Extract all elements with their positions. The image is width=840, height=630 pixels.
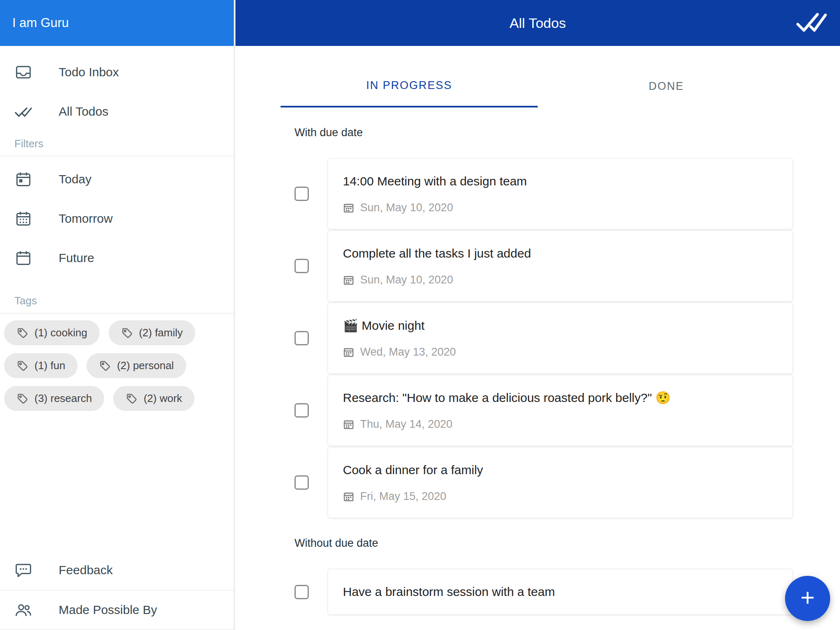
page-title: All Todos — [509, 15, 566, 31]
double-check-logo-icon — [793, 11, 829, 35]
tag-chip-label: (1) fun — [34, 359, 65, 372]
sidebar-item-all-todos[interactable]: All Todos — [0, 92, 234, 131]
calendar-icon — [343, 491, 354, 502]
tag-chip-2-family[interactable]: (2) family — [109, 320, 195, 345]
todo-section-rows: Have a brainstorm session with a team — [235, 569, 840, 615]
tag-icon — [99, 360, 111, 372]
todo-card[interactable]: Research: "How to make a delicious roast… — [328, 375, 793, 446]
todo-due: Sun, May 10, 2020 — [343, 274, 778, 286]
todo-due: Fri, May 15, 2020 — [343, 490, 778, 503]
todo-row: Have a brainstorm session with a team — [294, 569, 793, 615]
todo-checkbox[interactable] — [294, 259, 309, 273]
tabs: IN PROGRESSDONE — [235, 46, 840, 107]
todo-row: Research: "How to make a delicious roast… — [294, 375, 793, 446]
todo-card[interactable]: 🎬 Movie nightWed, May 13, 2020 — [328, 303, 793, 374]
main: All Todos IN PROGRESSDONE With due date1… — [235, 0, 840, 630]
tag-icon — [16, 327, 29, 339]
todo-due-date: Fri, May 15, 2020 — [360, 490, 446, 503]
section-title: Without due date — [294, 536, 840, 550]
tag-chip-2-personal[interactable]: (2) personal — [87, 353, 186, 378]
calendar-today-icon — [14, 170, 32, 188]
sidebar: I am Guru Todo InboxAll Todos Filters To… — [0, 0, 235, 630]
todo-row: 🎬 Movie nightWed, May 13, 2020 — [294, 303, 793, 374]
tags-label: Tags — [0, 294, 234, 307]
sidebar-item-tomorrow[interactable]: Tomorrow — [0, 199, 234, 238]
section-title: With due date — [294, 126, 840, 139]
sidebar-item-label: Feedback — [59, 563, 113, 577]
calendar-tomorrow-icon — [14, 210, 32, 228]
todo-due-date: Thu, May 14, 2020 — [360, 418, 452, 431]
todo-checkbox[interactable] — [294, 331, 309, 345]
double-check-icon — [14, 103, 32, 121]
user-name: I am Guru — [12, 16, 69, 30]
feedback-icon — [14, 561, 32, 579]
todo-row: Cook a dinner for a familyFri, May 15, 2… — [294, 447, 793, 518]
todo-title: Have a brainstorm session with a team — [343, 584, 778, 600]
sidebar-header[interactable]: I am Guru — [0, 0, 234, 46]
todo-card[interactable]: 14:00 Meeting with a design teamSun, May… — [328, 158, 793, 229]
sidebar-tags: (1) cooking(2) family(1) fun(2) personal… — [0, 313, 234, 411]
todo-checkbox[interactable] — [294, 475, 309, 490]
tag-icon — [121, 327, 133, 339]
todo-title: 14:00 Meeting with a design team — [343, 173, 778, 189]
sidebar-item-label: All Todos — [59, 105, 108, 119]
sidebar-item-made-possible-by[interactable]: Made Possible By — [0, 590, 234, 630]
sidebar-item-label: Made Possible By — [59, 603, 157, 617]
todo-checkbox[interactable] — [294, 187, 309, 201]
tab-done[interactable]: DONE — [538, 46, 795, 107]
todo-section-rows: 14:00 Meeting with a design teamSun, May… — [235, 158, 840, 518]
inbox-icon — [14, 63, 32, 81]
tab-in-progress[interactable]: IN PROGRESS — [281, 46, 538, 107]
sidebar-item-todo-inbox[interactable]: Todo Inbox — [0, 52, 234, 92]
todo-card[interactable]: Have a brainstorm session with a team — [328, 569, 793, 615]
calendar-icon — [343, 419, 354, 430]
todo-checkbox[interactable] — [294, 403, 309, 418]
sidebar-nav: Todo InboxAll Todos — [0, 46, 234, 131]
calendar-icon — [343, 347, 354, 358]
todo-card[interactable]: Complete all the tasks I just addedSun, … — [328, 231, 793, 301]
tag-chip-label: (2) personal — [117, 359, 174, 372]
tag-chip-1-cooking[interactable]: (1) cooking — [4, 320, 100, 345]
sidebar-item-future[interactable]: Future — [0, 238, 234, 278]
appbar: All Todos — [235, 0, 840, 46]
todo-row: Complete all the tasks I just addedSun, … — [294, 231, 793, 301]
todo-due-date: Wed, May 13, 2020 — [360, 346, 456, 358]
calendar-icon — [343, 202, 354, 214]
sidebar-item-today[interactable]: Today — [0, 160, 234, 199]
sidebar-item-feedback[interactable]: Feedback — [0, 550, 234, 590]
add-todo-fab[interactable]: + — [785, 576, 830, 621]
tag-chip-2-work[interactable]: (2) work — [113, 386, 194, 411]
sidebar-item-label: Future — [59, 251, 94, 265]
todo-card[interactable]: Cook a dinner for a familyFri, May 15, 2… — [328, 447, 793, 518]
tag-chip-label: (3) research — [34, 392, 92, 405]
calendar-future-icon — [14, 249, 32, 267]
todo-title: 🎬 Movie night — [343, 318, 778, 333]
tag-icon — [126, 393, 138, 405]
todo-due: Sun, May 10, 2020 — [343, 201, 778, 214]
sidebar-item-label: Todo Inbox — [59, 65, 119, 79]
calendar-icon — [343, 274, 354, 286]
todo-list: With due date14:00 Meeting with a design… — [235, 126, 840, 615]
tag-chip-label: (2) work — [144, 392, 182, 405]
todo-due-date: Sun, May 10, 2020 — [360, 274, 453, 286]
tag-icon — [16, 393, 29, 405]
tag-chip-3-research[interactable]: (3) research — [4, 386, 104, 411]
sidebar-filters: TodayTomorrowFuture — [0, 156, 234, 278]
tag-chip-label: (2) family — [139, 326, 183, 339]
filters-label: Filters — [0, 137, 234, 150]
sidebar-item-label: Tomorrow — [59, 212, 113, 226]
sidebar-footer: FeedbackMade Possible By — [0, 550, 234, 630]
todo-row: 14:00 Meeting with a design teamSun, May… — [294, 158, 793, 229]
plus-icon: + — [800, 583, 815, 612]
todo-checkbox[interactable] — [294, 585, 309, 599]
sidebar-item-label: Today — [59, 172, 91, 186]
todo-due: Thu, May 14, 2020 — [343, 418, 778, 431]
todo-due-date: Sun, May 10, 2020 — [360, 201, 453, 214]
tag-chip-1-fun[interactable]: (1) fun — [4, 353, 78, 378]
todo-title: Complete all the tasks I just added — [343, 246, 778, 261]
tag-chip-label: (1) cooking — [34, 326, 87, 339]
todo-title: Research: "How to make a delicious roast… — [343, 390, 778, 406]
people-icon — [14, 601, 32, 619]
todo-due: Wed, May 13, 2020 — [343, 346, 778, 358]
todo-title: Cook a dinner for a family — [343, 462, 778, 478]
